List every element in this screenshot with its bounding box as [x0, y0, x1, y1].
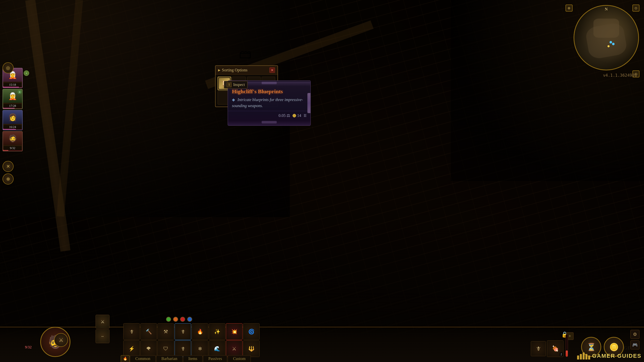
right-weapon-slots: 🗡	[531, 341, 546, 356]
scroll-decoration-bottom	[262, 121, 277, 123]
tab-passives[interactable]: Passives	[203, 355, 227, 362]
spell-col-1: 🗡 ⚡	[123, 323, 140, 357]
spell-col-6: ✨ 🌊	[209, 323, 225, 357]
consumable-count: 2	[560, 352, 563, 356]
spell-col-8: 🌀 🔱	[243, 323, 260, 357]
tooltip-footer: 0.05 ⚖ 14 II	[228, 111, 310, 120]
resource-dot-green	[166, 317, 171, 322]
nav-btn-map[interactable]: ✕	[3, 161, 14, 172]
nav-btn-journal[interactable]: ◎	[3, 62, 14, 73]
hp-bar-vertical	[566, 334, 568, 357]
hp-text-1: 15/18	[4, 83, 22, 87]
status-icon-sp: ✦	[24, 70, 29, 76]
inspect-key: T	[227, 82, 232, 87]
weapon-slot-main[interactable]: 🗡	[531, 341, 546, 356]
minimap-btn-1[interactable]: ⊕	[566, 5, 573, 12]
spell-col-5: 🔥 ❄	[192, 323, 208, 357]
spell-6[interactable]: ✨	[209, 323, 225, 340]
item-description: Intricate blueprints for three impressiv…	[232, 98, 303, 108]
gold-amount: 14	[297, 113, 301, 118]
spell-5[interactable]: 🔥	[192, 323, 208, 340]
consumable-slot-1[interactable]: 🍖 2	[547, 340, 564, 357]
bullet-icon: ◆	[232, 98, 235, 102]
item-description-container: ◆ Intricate blueprints for three impress…	[228, 96, 310, 111]
chest-title-text: Sorting Options	[222, 68, 248, 72]
settings-btn[interactable]: ⚙	[630, 330, 639, 339]
spell-17[interactable]: ⚔	[226, 340, 243, 357]
tab-barbarian[interactable]: Barbarian	[156, 355, 183, 362]
inspect-button[interactable]: T Inspect	[224, 81, 248, 88]
tooltip-scroll-bottom	[228, 121, 310, 125]
spell-3[interactable]: ⚒	[157, 323, 174, 340]
spell-12[interactable]: 🌪	[140, 340, 157, 357]
spell-col-3: ⚒ 🛡	[157, 323, 174, 357]
spell-4[interactable]: 🗡	[175, 323, 191, 340]
nav-btn-extra[interactable]: ⊗	[3, 173, 14, 185]
gg-bar-2	[580, 354, 582, 359]
minimap-btn-2[interactable]: ⊙	[632, 5, 639, 12]
chest-close-button[interactable]: ✕	[269, 67, 275, 73]
minimap-player-dot	[610, 41, 612, 43]
spell-bar: 🗡 ⚡ 🔨 🌪 ⚒ 🛡 🗡 🗡 🔥 ❄ ✨ 🌊 💥 ⚔ 🌀	[123, 323, 260, 357]
inspect-label: Inspect	[233, 82, 245, 87]
gamer-guides-text: GAMER GUIDES	[592, 353, 641, 359]
item-weight: 0.05 ⚖	[278, 113, 290, 118]
portrait-face-4: 🧔	[3, 132, 22, 145]
bottom-hud: 🧔 ⚔ 9/32 ⚔ ↔ 🗡 ⚡ 🔨 🌪 ⚒ 🛡 🗡 🗡 🔥 ❄	[0, 322, 644, 362]
tab-fire[interactable]: 🔥	[121, 355, 130, 362]
item-gold-value: 14	[293, 113, 301, 118]
weight-value: 0.05	[278, 113, 286, 118]
action-btn-secondary[interactable]: ↔	[96, 329, 109, 343]
hp-bar-fill-vertical	[566, 350, 568, 357]
gg-bar-4	[585, 354, 587, 359]
spell-18[interactable]: 🔱	[243, 340, 260, 357]
tab-common[interactable]: Common	[130, 355, 156, 362]
spell-7[interactable]: 💥	[226, 323, 243, 340]
gg-logo-icon	[577, 352, 590, 359]
gg-bars	[577, 352, 590, 359]
spell-col-4: 🗡 🗡	[175, 323, 191, 357]
hp-text-2: 17/28	[4, 104, 22, 108]
action-btn-attack[interactable]: ⚔	[96, 315, 109, 329]
tab-items[interactable]: Items	[183, 355, 203, 362]
hp-display: 9/32	[21, 345, 35, 349]
portrait-2[interactable]: 🧝 ✦ 17/28	[3, 89, 23, 109]
spell-2[interactable]: 🔨	[140, 323, 157, 340]
hp-text-4: 9/32	[4, 146, 22, 150]
spell-15[interactable]: ❄	[192, 340, 208, 357]
spell-col-7: 💥 ⚔	[226, 323, 243, 357]
gold-coin-icon	[293, 114, 296, 117]
scroll-decoration-top	[262, 82, 277, 84]
controller-btn[interactable]: 🎮	[630, 340, 639, 349]
resource-dot-blue	[187, 317, 192, 322]
character-emblem[interactable]: ⚔	[54, 333, 68, 347]
tab-bar: 🔥 Common Barbarian Items Passives Custom	[121, 355, 251, 362]
resource-dot-orange	[173, 317, 178, 322]
action-btn-group-1: ⚔ ↔	[96, 315, 109, 343]
spell-11[interactable]: ⚡	[123, 340, 140, 357]
resource-dot-red	[180, 317, 185, 322]
gg-bar-5	[588, 355, 590, 359]
compass-n: N	[605, 7, 608, 12]
gg-bar-1	[577, 355, 579, 359]
minimap-content: N	[574, 6, 638, 70]
minimap-terrain-2	[593, 19, 619, 38]
chest-image: 🗃	[234, 43, 257, 65]
chest-title: ▶ Sorting Options	[218, 68, 248, 72]
portrait-3[interactable]: 👩 16/24	[3, 110, 23, 130]
spell-13[interactable]: 🛡	[157, 340, 174, 357]
spell-col-2: 🔨 🌪	[140, 323, 157, 357]
tooltip-scroll-right	[307, 93, 311, 113]
resource-dots	[166, 317, 192, 322]
arrow-icon: ▶	[218, 68, 220, 72]
spell-8[interactable]: 🌀	[243, 323, 260, 340]
spell-16[interactable]: 🌊	[209, 340, 225, 357]
right-item-slots: 🗡 🍖 2	[531, 340, 564, 357]
minimap: N	[574, 5, 639, 70]
character-portraits: 🧝 15/18 🧝 ✦ 17/28 👩 16/24 🧔 9/32	[3, 68, 23, 151]
spell-14[interactable]: 🗡	[175, 340, 191, 357]
tab-custom[interactable]: Custom	[228, 355, 251, 362]
portrait-icon-2: ✦	[18, 90, 22, 94]
spell-1[interactable]: 🗡	[123, 323, 140, 340]
portrait-4[interactable]: 🧔 9/32	[3, 131, 23, 151]
